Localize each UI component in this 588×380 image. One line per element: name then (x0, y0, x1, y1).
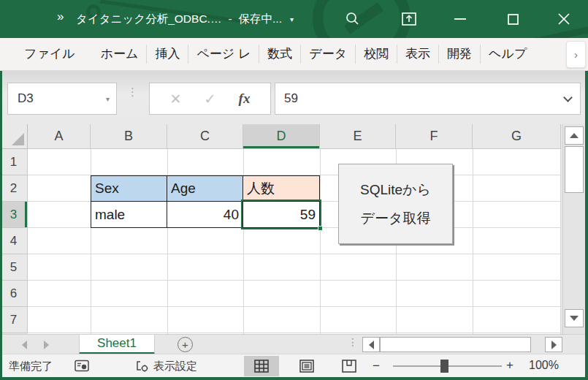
column-header-e[interactable]: E (320, 124, 396, 149)
tab-formulas[interactable]: 数式 (259, 38, 300, 70)
sheet-nav-right-icon[interactable] (44, 341, 49, 349)
sqlite-fetch-button-line2: データ取得 (361, 209, 431, 228)
display-settings-label: 表示設定 (153, 360, 197, 373)
formula-bar-input[interactable]: 59 (275, 83, 581, 115)
sheet-tab-strip: Sheet1 + ⋮ (0, 334, 588, 354)
vertical-scrollbar[interactable] (562, 124, 585, 334)
zoom-in-button[interactable]: + (506, 358, 513, 373)
column-header-d[interactable]: D (243, 124, 320, 149)
vertical-scrollbar-thumb[interactable] (565, 146, 584, 193)
row-header-4[interactable]: 4 (0, 228, 28, 254)
display-settings-button[interactable]: 表示設定 (136, 360, 197, 373)
row-header-7[interactable]: 7 (0, 307, 28, 333)
tab-page-layout[interactable]: ページ レ (188, 38, 259, 70)
sheet-nav-left-icon[interactable] (22, 341, 27, 349)
column-header-f[interactable]: F (396, 124, 473, 149)
zoom-level-label[interactable]: 100% (529, 359, 559, 372)
scroll-left-button[interactable] (362, 337, 380, 352)
tab-help[interactable]: ヘルプ (481, 38, 535, 70)
add-sheet-button[interactable]: + (177, 337, 193, 352)
normal-view-button[interactable] (244, 356, 279, 376)
sqlite-fetch-button-line1: SQLiteから (360, 180, 431, 200)
tab-data[interactable]: データ (301, 38, 355, 70)
close-button[interactable] (547, 0, 581, 38)
scroll-right-button[interactable] (545, 337, 562, 352)
minimize-button[interactable] (443, 0, 477, 38)
tab-review[interactable]: 校閲 (356, 38, 397, 70)
status-bar: 準備完了 表示設定 − + 100% (0, 354, 588, 377)
gridline (560, 149, 561, 334)
page-break-preview-button[interactable] (332, 356, 367, 376)
formula-bar-expand-icon[interactable] (563, 93, 573, 102)
name-box-dropdown-icon[interactable]: ▾ (106, 95, 110, 103)
save-status: 保存中... (239, 12, 282, 27)
cell-c3[interactable]: 40 (167, 202, 243, 227)
ribbon-expand-button[interactable]: › (566, 41, 586, 68)
formula-bar-resize-dots[interactable]: ⋮ (127, 88, 133, 95)
grid-view-icon (253, 359, 270, 373)
save-status-dropdown-icon[interactable]: ▾ (290, 15, 294, 23)
cell-d3-selected[interactable]: 59 (243, 202, 319, 227)
triangle-left-icon (22, 341, 27, 349)
name-box[interactable]: D3 ▾ (7, 83, 117, 115)
horizontal-scrollbar-thumb[interactable] (380, 337, 531, 352)
tab-view[interactable]: 表示 (397, 38, 438, 70)
column-headers: A B C D E F G (28, 124, 561, 149)
row-header-6[interactable]: 6 (0, 281, 28, 307)
zoom-out-button[interactable]: − (373, 359, 380, 373)
enter-icon[interactable]: ✓ (205, 91, 216, 107)
scrollbar-resize-dots[interactable]: ⋮ (348, 336, 358, 348)
tab-insert[interactable]: 挿入 (147, 38, 188, 70)
maximize-button[interactable] (496, 0, 530, 38)
formula-bar-value: 59 (284, 91, 298, 106)
window-border-bottom (0, 377, 588, 380)
display-settings-icon (136, 360, 150, 373)
macro-record-icon[interactable] (75, 360, 89, 374)
sheet-tab-sheet1[interactable]: Sheet1 (79, 335, 155, 354)
tab-developer[interactable]: 開発 (439, 38, 480, 70)
document-title: タイタニック分析_ODBC.… - 保存中... ▾ (76, 0, 294, 38)
page-layout-view-button[interactable] (289, 356, 324, 376)
chevron-right-icon: › (574, 48, 578, 61)
scroll-up-button[interactable] (565, 126, 584, 145)
page-layout-icon (299, 359, 315, 373)
window-border-right (585, 71, 588, 380)
name-box-value: D3 (18, 91, 34, 106)
select-all-button[interactable] (0, 124, 28, 149)
triangle-left-icon (369, 341, 374, 349)
formula-zone: D3 ▾ ⋮ ✕ ✓ fx 59 (0, 71, 588, 124)
insert-function-icon[interactable]: fx (239, 91, 251, 107)
status-ready-label: 準備完了 (9, 360, 53, 373)
formula-buttons: ✕ ✓ fx (149, 83, 271, 115)
sqlite-fetch-button[interactable]: SQLiteから データ取得 (338, 164, 453, 244)
column-header-b[interactable]: B (91, 124, 167, 149)
zoom-slider-thumb[interactable] (440, 360, 448, 373)
row-header-3[interactable]: 3 (0, 202, 28, 228)
triangle-up-icon (570, 133, 579, 138)
cancel-icon[interactable]: ✕ (170, 91, 182, 107)
ribbon-display-options-icon[interactable] (392, 0, 426, 38)
document-title-text: タイタニック分析_ODBC.… (76, 12, 221, 27)
select-all-triangle-icon (12, 133, 24, 145)
title-separator: - (228, 12, 232, 26)
tab-home[interactable]: ホーム (93, 38, 147, 70)
cell-b3[interactable]: male (91, 202, 167, 227)
quick-access-overflow-icon[interactable]: » (57, 10, 64, 24)
row-header-1[interactable]: 1 (0, 149, 28, 175)
search-icon[interactable] (335, 0, 369, 38)
row-header-2[interactable]: 2 (0, 175, 28, 202)
scroll-down-button[interactable] (565, 309, 584, 327)
cell-c2[interactable]: Age (167, 176, 243, 202)
excel-window: » タイタニック分析_ODBC.… - 保存中... ▾ ファイル ホーム 挿入… (0, 0, 588, 380)
column-header-g[interactable]: G (473, 124, 561, 149)
cell-d2[interactable]: 人数 (243, 176, 319, 202)
cell-b2[interactable]: Sex (91, 176, 167, 202)
column-header-c[interactable]: C (167, 124, 243, 149)
data-table: Sex Age 人数 male 40 59 (91, 175, 320, 228)
plus-icon: + (182, 338, 188, 351)
column-header-a[interactable]: A (28, 124, 91, 149)
row-header-5[interactable]: 5 (0, 254, 28, 281)
tab-file[interactable]: ファイル (16, 38, 93, 70)
gridline (320, 149, 321, 334)
gridline (473, 149, 473, 334)
